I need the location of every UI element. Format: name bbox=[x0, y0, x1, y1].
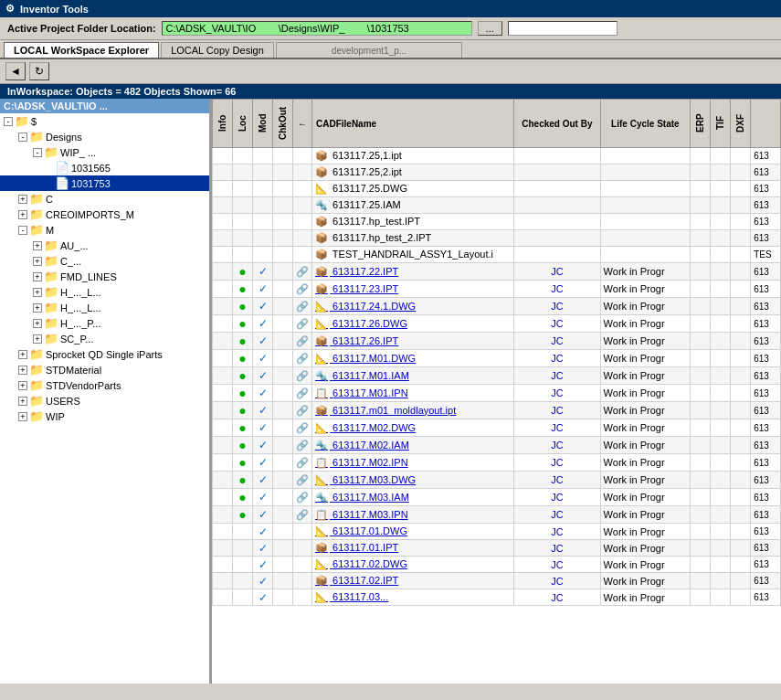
cell-filename[interactable]: 📐 613117.25.DWG bbox=[312, 181, 514, 197]
table-row[interactable]: ● ✓ 🔗 📦 613117.23.IPT JC Work in Progr 6… bbox=[213, 281, 781, 298]
extra-input[interactable] bbox=[508, 21, 617, 36]
table-row[interactable]: ● ✓ 🔗 📦 613117.22.IPT JC Work in Progr 6… bbox=[213, 263, 781, 281]
tree-item-sprocket[interactable]: + 📁 Sprocket QD Single iParts bbox=[0, 346, 209, 362]
table-row[interactable]: 🔩 613117.25.IAM 613 bbox=[213, 197, 781, 214]
tree-item-m[interactable]: - 📁 M bbox=[0, 222, 209, 238]
tree-item-root[interactable]: - 📁 $ bbox=[0, 113, 209, 129]
expand-sprocket[interactable]: + bbox=[18, 350, 27, 359]
table-row[interactable]: 📦 613117.25,2.ipt 613 bbox=[213, 164, 781, 181]
tree-root-path[interactable]: C:\ADSK_VAULT\IO ... bbox=[0, 99, 209, 113]
table-row[interactable]: ● ✓ 🔗 🔩 613117.M02.IAM JC Work in Progr … bbox=[213, 437, 781, 454]
expand-users[interactable]: + bbox=[18, 397, 27, 406]
refresh-button[interactable]: ↻ bbox=[29, 62, 49, 80]
tab-copydesign[interactable]: LOCAL Copy Design bbox=[161, 42, 274, 58]
table-row[interactable]: ● ✓ 🔗 📐 613117.M01.DWG JC Work in Progr … bbox=[213, 350, 781, 367]
table-row[interactable]: ● ✓ 🔗 🔩 613117.M03.IAM JC Work in Progr … bbox=[213, 489, 781, 506]
expand-c[interactable]: + bbox=[18, 195, 27, 204]
tree-item-msub3[interactable]: + 📁 FMD_LINES bbox=[0, 269, 209, 284]
cell-filename[interactable]: 📋 613117.M01.IPN bbox=[312, 385, 514, 402]
table-row[interactable]: ● ✓ 🔗 📋 613117.M01.IPN JC Work in Progr … bbox=[213, 385, 781, 402]
project-path-input[interactable] bbox=[162, 21, 472, 36]
cell-filename[interactable]: 🔩 613117.25.IAM bbox=[312, 197, 514, 214]
expand-m[interactable]: - bbox=[18, 226, 27, 235]
cell-filename[interactable]: 📦 613117.02.IPT bbox=[312, 573, 514, 589]
tree-item-msub4[interactable]: + 📁 H_..._L... bbox=[0, 284, 209, 300]
table-row[interactable]: ● ✓ 🔗 📐 613117.26.DWG JC Work in Progr 6… bbox=[213, 315, 781, 333]
expand-msub2[interactable]: + bbox=[33, 257, 42, 266]
tab-workspace[interactable]: LOCAL WorkSpace Explorer bbox=[4, 42, 159, 58]
cell-filename[interactable]: 🔩 613117.M02.IAM bbox=[312, 437, 514, 454]
cell-filename[interactable]: 📋 613117.M02.IPN bbox=[312, 454, 514, 472]
expand-wip[interactable]: - bbox=[33, 148, 42, 157]
table-row[interactable]: ● ✓ 🔗 🔩 613117.M01.IAM JC Work in Progr … bbox=[213, 367, 781, 385]
browse-button[interactable]: ... bbox=[478, 21, 502, 36]
tree-item-stdvendor[interactable]: + 📁 STDVendorParts bbox=[0, 377, 209, 393]
tree-item-msub6[interactable]: + 📁 H_..._P... bbox=[0, 315, 209, 331]
expand-stdmaterial[interactable]: + bbox=[18, 366, 27, 375]
tree-item-creoimports[interactable]: + 📁 CREOIMPORTS_M bbox=[0, 207, 209, 222]
expand-msub4[interactable]: + bbox=[33, 288, 42, 297]
table-row[interactable]: ● ✓ 🔗 📦 613117.m01_moldlayout.ipt JC Wor… bbox=[213, 402, 781, 419]
expand-stdvendor[interactable]: + bbox=[18, 381, 27, 390]
table-row[interactable]: ● ✓ 🔗 📐 613117.24.1.DWG JC Work in Progr… bbox=[213, 298, 781, 315]
tree-item-wip[interactable]: - 📁 WIP_ ... bbox=[0, 144, 209, 160]
expand-creoimports[interactable]: + bbox=[18, 210, 27, 219]
cell-filename[interactable]: 📐 613117.M03.DWG bbox=[312, 472, 514, 489]
table-row[interactable]: ✓ 📐 613117.02.DWG JC Work in Progr 613 bbox=[213, 557, 781, 573]
tree-item-stdmaterial[interactable]: + 📁 STDMaterial bbox=[0, 362, 209, 377]
back-button[interactable]: ◄ bbox=[5, 62, 26, 80]
expand-root[interactable]: - bbox=[4, 117, 13, 126]
table-row[interactable]: 📐 613117.25.DWG 613 bbox=[213, 181, 781, 197]
cell-filename[interactable]: 📦 613117.hp_test_2.IPT bbox=[312, 230, 514, 247]
cell-filename[interactable]: 📦 613117.01.IPT bbox=[312, 540, 514, 557]
expand-msub3[interactable]: + bbox=[33, 272, 42, 281]
cell-filename[interactable]: 📦 TEST_HANDRAIL_ASSY1_Layout.i bbox=[312, 247, 514, 263]
expand-designs[interactable]: - bbox=[18, 133, 27, 142]
table-row[interactable]: ✓ 📐 613117.01.DWG JC Work in Progr 613 bbox=[213, 524, 781, 540]
tree-item-c[interactable]: + 📁 C bbox=[0, 191, 209, 207]
table-row[interactable]: 📦 613117.25,1.ipt 613 bbox=[213, 148, 781, 164]
cell-filename[interactable]: 📐 613117.26.DWG bbox=[312, 315, 514, 333]
table-row[interactable]: ● ✓ 🔗 📐 613117.M02.DWG JC Work in Progr … bbox=[213, 419, 781, 437]
table-row[interactable]: ● ✓ 🔗 📦 613117.26.IPT JC Work in Progr 6… bbox=[213, 333, 781, 350]
cell-filename[interactable]: 📦 613117.22.IPT bbox=[312, 263, 514, 281]
table-row[interactable]: 📦 613117.hp_test_2.IPT 613 bbox=[213, 230, 781, 247]
cell-filename[interactable]: 📦 613117.25,1.ipt bbox=[312, 148, 514, 164]
table-row[interactable]: ✓ 📦 613117.01.IPT JC Work in Progr 613 bbox=[213, 540, 781, 557]
tree-item-designs[interactable]: - 📁 Designs bbox=[0, 129, 209, 144]
cell-filename[interactable]: 🔩 613117.M01.IAM bbox=[312, 367, 514, 385]
tab-extra[interactable]: development1_p... bbox=[276, 42, 462, 58]
expand-wip2[interactable]: + bbox=[18, 412, 27, 421]
cell-filename[interactable]: 📐 613117.03... bbox=[312, 589, 514, 606]
table-row[interactable]: 📦 613117.hp_test.IPT 613 bbox=[213, 214, 781, 230]
cell-filename[interactable]: 📋 613117.M03.IPN bbox=[312, 506, 514, 524]
expand-msub1[interactable]: + bbox=[33, 241, 42, 250]
cell-filename[interactable]: 📦 613117.25,2.ipt bbox=[312, 164, 514, 181]
cell-filename[interactable]: 📦 613117.26.IPT bbox=[312, 333, 514, 350]
table-row[interactable]: ● ✓ 🔗 📐 613117.M03.DWG JC Work in Progr … bbox=[213, 472, 781, 489]
cell-filename[interactable]: 📦 613117.m01_moldlayout.ipt bbox=[312, 402, 514, 419]
table-row[interactable]: ● ✓ 🔗 📋 613117.M03.IPN JC Work in Progr … bbox=[213, 506, 781, 524]
tree-item-msub5[interactable]: + 📁 H_..._L... bbox=[0, 300, 209, 315]
tree-item-msub2[interactable]: + 📁 C_... bbox=[0, 253, 209, 269]
cell-filename[interactable]: 📦 613117.23.IPT bbox=[312, 281, 514, 298]
tree-item-users[interactable]: + 📁 USERS bbox=[0, 393, 209, 408]
tree-item-wip2[interactable]: + 📁 WIP bbox=[0, 408, 209, 424]
tree-item-1031565[interactable]: 📄 1031565 bbox=[0, 160, 209, 175]
cell-filename[interactable]: 🔩 613117.M03.IAM bbox=[312, 489, 514, 506]
tree-item-msub7[interactable]: + 📁 SC_P... bbox=[0, 331, 209, 346]
table-row[interactable]: ● ✓ 🔗 📋 613117.M02.IPN JC Work in Progr … bbox=[213, 454, 781, 472]
table-row[interactable]: ✓ 📦 613117.02.IPT JC Work in Progr 613 bbox=[213, 573, 781, 589]
cell-filename[interactable]: 📐 613117.01.DWG bbox=[312, 524, 514, 540]
cell-filename[interactable]: 📐 613117.02.DWG bbox=[312, 557, 514, 573]
cell-filename[interactable]: 📐 613117.M02.DWG bbox=[312, 419, 514, 437]
cell-filename[interactable]: 📦 613117.hp_test.IPT bbox=[312, 214, 514, 230]
expand-msub7[interactable]: + bbox=[33, 334, 42, 344]
table-row[interactable]: ✓ 📐 613117.03... JC Work in Progr 613 bbox=[213, 589, 781, 606]
expand-msub5[interactable]: + bbox=[33, 303, 42, 313]
cell-filename[interactable]: 📐 613117.M01.DWG bbox=[312, 350, 514, 367]
cell-filename[interactable]: 📐 613117.24.1.DWG bbox=[312, 298, 514, 315]
table-row[interactable]: 📦 TEST_HANDRAIL_ASSY1_Layout.i TES bbox=[213, 247, 781, 263]
tree-item-1031753[interactable]: 📄 1031753 bbox=[0, 175, 209, 191]
tree-item-msub1[interactable]: + 📁 AU_... bbox=[0, 238, 209, 253]
